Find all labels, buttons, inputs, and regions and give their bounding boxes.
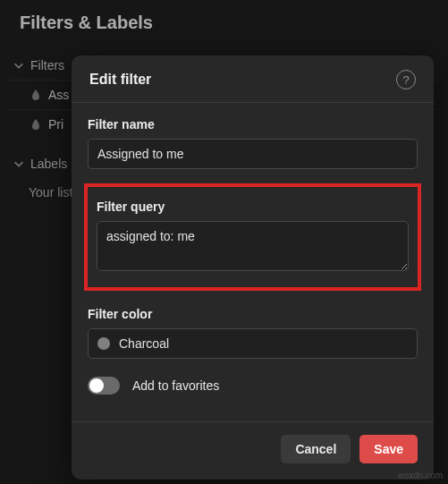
edit-filter-modal: Edit filter ? Filter name Filter query F… [72,55,434,480]
filter-query-input[interactable] [97,221,409,271]
help-icon[interactable]: ? [396,70,416,89]
favorites-toggle[interactable] [88,377,120,395]
color-name-text: Charcoal [119,336,408,351]
filter-name-input[interactable] [88,139,418,169]
watermark-text: wsxdn.com [398,471,443,480]
color-swatch-icon [97,337,110,350]
modal-title: Edit filter [89,72,151,88]
favorites-label: Add to favorites [132,378,219,393]
modal-footer: Cancel Save [72,421,434,480]
query-highlight-box: Filter query [84,183,421,291]
save-button[interactable]: Save [359,435,418,463]
filter-query-label: Filter query [97,200,409,214]
filter-color-select[interactable]: Charcoal [88,328,418,359]
cancel-button[interactable]: Cancel [281,435,351,463]
filter-name-label: Filter name [88,117,418,132]
modal-header: Edit filter ? [72,55,434,103]
toggle-knob-icon [89,378,104,393]
filter-color-label: Filter color [88,307,418,321]
